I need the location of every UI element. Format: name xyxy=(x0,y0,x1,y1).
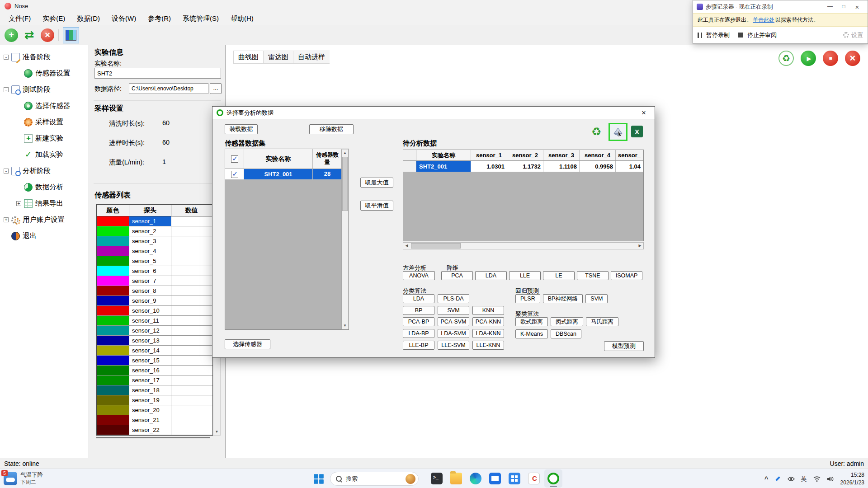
algorithm-button[interactable]: DBScan xyxy=(551,329,581,338)
sensor-name[interactable]: sensor_13 xyxy=(129,336,171,345)
algorithm-button[interactable]: LLE-KNN xyxy=(472,341,504,350)
scroll-right-icon[interactable] xyxy=(637,243,643,249)
sensor-name[interactable]: sensor_10 xyxy=(129,306,171,315)
analyze-table-hscrollbar[interactable] xyxy=(403,242,644,249)
sensor-name[interactable]: sensor_20 xyxy=(129,405,171,415)
analyze-row-name[interactable]: SHT2_001 xyxy=(416,161,471,172)
sensor-name[interactable]: sensor_15 xyxy=(129,356,171,365)
pause-icon[interactable] xyxy=(698,33,702,38)
algorithm-button[interactable]: PCA-BP xyxy=(403,317,434,326)
sensor-row[interactable]: sensor_13 xyxy=(97,336,212,346)
dataset-row-name[interactable]: SHT2_001 xyxy=(244,169,313,179)
tree-item[interactable]: 选择传感器 xyxy=(0,98,89,114)
tree-item[interactable]: 退出 xyxy=(0,228,89,244)
algorithm-button[interactable]: LLE xyxy=(509,271,541,280)
menu-item[interactable]: 参考(R) xyxy=(142,12,177,25)
sensor-name[interactable]: sensor_9 xyxy=(129,296,171,305)
dataset-scrollbar[interactable] xyxy=(341,149,349,329)
algorithm-button[interactable]: KNN xyxy=(472,306,504,315)
sensor-name[interactable]: sensor_7 xyxy=(129,276,171,286)
dialog-close-icon[interactable] xyxy=(637,108,651,117)
sensor-row[interactable]: sensor_3 xyxy=(97,236,212,246)
stop-button[interactable] xyxy=(823,51,838,66)
sensor-row[interactable]: sensor_16 xyxy=(97,366,212,375)
algorithm-button[interactable]: BP xyxy=(403,306,434,315)
recorder-settings-button[interactable]: 设置 xyxy=(843,31,863,39)
taskbar-app[interactable] xyxy=(467,469,485,488)
tree-item[interactable]: 采样设置 xyxy=(0,114,89,130)
algorithm-button[interactable]: LDA-KNN xyxy=(472,329,504,338)
tree-item[interactable]: 新建实验 xyxy=(0,130,89,146)
data-path-input[interactable]: C:\Users\Lenovo\Desktop xyxy=(129,83,208,94)
sensor-row[interactable]: sensor_19 xyxy=(97,395,212,405)
stop-record-icon[interactable] xyxy=(738,33,743,38)
search-box[interactable]: 搜索 xyxy=(330,472,419,486)
tree-expander-icon[interactable]: + xyxy=(4,217,9,222)
algorithm-button[interactable]: LDA-BP xyxy=(403,329,434,338)
algorithm-button[interactable]: PLS-DA xyxy=(438,294,469,303)
sensor-row[interactable]: sensor_12 xyxy=(97,326,212,336)
sensor-row[interactable]: sensor_17 xyxy=(97,375,212,385)
sensor-row[interactable]: sensor_1 xyxy=(97,216,212,226)
anova-button[interactable]: ANOVA xyxy=(403,271,435,280)
language-indicator[interactable]: 英 xyxy=(801,475,807,483)
clock[interactable]: 15:28 2026/1/23 xyxy=(840,471,864,486)
maximize-icon[interactable] xyxy=(837,3,850,11)
sensor-row[interactable]: sensor_4 xyxy=(97,246,212,256)
algorithm-button[interactable]: LDA-SVM xyxy=(438,329,469,338)
sensor-name[interactable]: sensor_1 xyxy=(129,216,171,226)
algorithm-button[interactable]: K-Means xyxy=(515,329,548,338)
sensor-row[interactable]: sensor_18 xyxy=(97,385,212,395)
tree-item[interactable]: 传感器设置 xyxy=(0,65,89,81)
sensor-row[interactable]: sensor_10 xyxy=(97,306,212,316)
notice-link[interactable]: 单击此处 xyxy=(753,16,774,24)
sensor-row[interactable]: sensor_9 xyxy=(97,296,212,306)
algorithm-button[interactable]: BP神经网络 xyxy=(543,294,583,303)
algorithm-button[interactable]: PLSR xyxy=(515,294,540,303)
sync-arrows-icon[interactable] xyxy=(22,28,37,42)
load-data-button[interactable]: 装载数据 xyxy=(225,124,258,134)
sensor-name[interactable]: sensor_2 xyxy=(129,226,171,236)
menu-item[interactable]: 帮助(H) xyxy=(225,12,259,25)
sensor-name[interactable]: sensor_16 xyxy=(129,366,171,375)
tree-item[interactable]: 加载实验 xyxy=(0,146,89,163)
new-experiment-icon[interactable] xyxy=(5,28,18,42)
sensor-row[interactable]: sensor_15 xyxy=(97,356,212,366)
sensor-row[interactable]: sensor_5 xyxy=(97,256,212,266)
take-smooth-button[interactable]: 取平滑值 xyxy=(360,201,393,211)
sensor-name[interactable]: sensor_19 xyxy=(129,395,171,405)
analyze-row[interactable]: SHT2_001 1.0301 1.1732 1.1108 0.9958 1.0… xyxy=(403,161,643,172)
sensor-name[interactable]: sensor_8 xyxy=(129,286,171,296)
sensor-row[interactable]: sensor_7 xyxy=(97,276,212,286)
eye-icon[interactable] xyxy=(788,476,795,482)
select-all-checkbox[interactable] xyxy=(231,155,238,163)
start-button[interactable] xyxy=(801,51,816,66)
scroll-down-icon[interactable] xyxy=(213,428,220,435)
take-max-button[interactable]: 取最大值 xyxy=(360,178,393,188)
menu-item[interactable]: 文件(F) xyxy=(3,12,37,25)
reset-recycle-button[interactable] xyxy=(778,51,794,66)
sensor-name[interactable]: sensor_17 xyxy=(129,375,171,385)
menu-item[interactable]: 数据(D) xyxy=(71,12,106,25)
algorithm-button[interactable]: ISOMAP xyxy=(611,271,642,280)
sensor-name[interactable]: sensor_18 xyxy=(129,385,171,395)
view-tab[interactable]: 曲线图 xyxy=(233,51,263,64)
algorithm-button[interactable]: LDA xyxy=(475,271,507,280)
excel-export-icon[interactable] xyxy=(631,126,643,137)
pen-icon[interactable] xyxy=(775,476,781,482)
algorithm-button[interactable]: 闵式距离 xyxy=(551,317,583,326)
tree-item[interactable]: + 结果导出 xyxy=(0,195,89,211)
view-tab[interactable]: 自动进样 xyxy=(293,51,330,64)
tree-item[interactable]: - 分析阶段 xyxy=(0,163,89,179)
taskbar-app[interactable] xyxy=(447,469,465,488)
dataset-row-checkbox[interactable] xyxy=(231,171,238,178)
stop-review-button[interactable]: 停止并审阅 xyxy=(747,31,777,39)
taskbar-app[interactable] xyxy=(486,469,504,488)
taskbar-app[interactable] xyxy=(525,469,543,488)
algorithm-button[interactable]: PCA-SVM xyxy=(438,317,469,326)
tree-expander-icon[interactable]: - xyxy=(4,55,9,60)
minimize-icon[interactable] xyxy=(823,3,837,11)
tree-item[interactable]: + 用户账户设置 xyxy=(0,211,89,228)
stop-icon[interactable] xyxy=(41,28,54,42)
model-predict-button[interactable]: 模型预测 xyxy=(604,341,644,351)
